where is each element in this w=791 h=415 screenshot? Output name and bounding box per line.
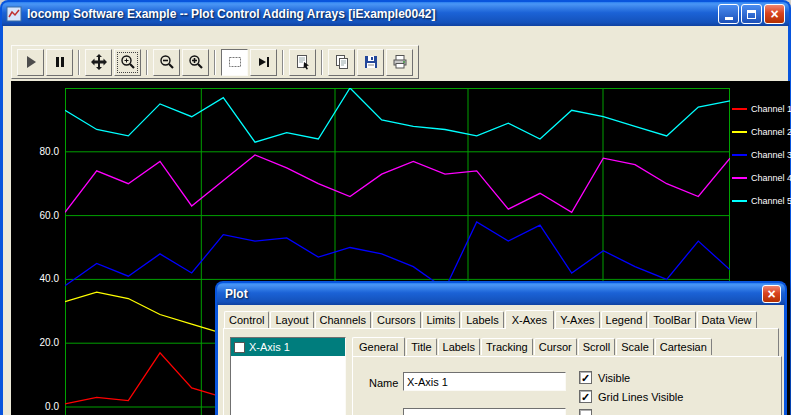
copy-button[interactable] — [328, 49, 355, 76]
checkbox-label: Visible — [598, 372, 630, 384]
toolbar-separator — [78, 50, 80, 75]
legend-item-channel-2: Channel 2 — [732, 120, 791, 143]
tab-limits[interactable]: Limits — [422, 311, 461, 328]
print-icon — [392, 54, 408, 70]
tab-x-axes[interactable]: X-Axes — [505, 310, 554, 329]
pause-button[interactable] — [46, 49, 73, 76]
properties-icon — [295, 54, 311, 70]
tab-layout[interactable]: Layout — [270, 311, 313, 328]
legend-swatch — [732, 177, 747, 179]
legend: Channel 1Channel 2Channel 3Channel 4Chan… — [732, 97, 791, 212]
print-button[interactable] — [386, 49, 413, 76]
zoom-out-icon — [159, 54, 175, 70]
x-axes-tab-page: X-Axis 1 GeneralTitleLabelsTrackingCurso… — [223, 328, 779, 415]
subtab-cartesian[interactable]: Cartesian — [655, 338, 712, 355]
tab-control[interactable]: Control — [224, 311, 269, 328]
toolbar-separator — [146, 50, 148, 75]
tab-legend[interactable]: Legend — [601, 311, 648, 328]
checkbox-icon[interactable] — [579, 409, 592, 415]
copy-icon — [334, 54, 350, 70]
legend-label: Channel 1 — [751, 104, 791, 114]
toolbar — [11, 45, 419, 79]
subtab-scale[interactable]: Scale — [616, 338, 654, 355]
legend-swatch — [732, 131, 747, 133]
axis-subtab-strip: GeneralTitleLabelsTrackingCursorScrollSc… — [352, 337, 713, 355]
minimize-icon — [725, 17, 733, 20]
list-item[interactable]: X-Axis 1 — [231, 338, 345, 356]
scroll-to-end-icon — [256, 54, 272, 70]
dialog-title-bar[interactable]: Plot × — [217, 283, 785, 305]
tab-channels[interactable]: Channels — [315, 311, 371, 328]
title-bar[interactable]: Iocomp Software Example -- Plot Control … — [2, 2, 789, 26]
legend-item-channel-1: Channel 1 — [732, 97, 791, 120]
zoom-box-button[interactable] — [221, 49, 248, 76]
scroll-to-end-button[interactable] — [250, 49, 277, 76]
tab-y-axes[interactable]: Y-Axes — [555, 311, 599, 328]
subtab-cursor[interactable]: Cursor — [534, 338, 577, 355]
toolbar-separator — [321, 50, 323, 75]
legend-item-channel-4: Channel 4 — [732, 166, 791, 189]
zoom-mode-button[interactable] — [114, 49, 141, 76]
y-tick-20.0: 20.0 — [27, 337, 59, 348]
subtab-tracking[interactable]: Tracking — [481, 338, 533, 355]
partial-checkbox-row[interactable] — [579, 406, 683, 415]
window-title: Iocomp Software Example -- Plot Control … — [27, 7, 718, 21]
zoom-in-icon — [188, 54, 204, 70]
legend-item-channel-3: Channel 3 — [732, 143, 791, 166]
legend-swatch — [732, 154, 747, 156]
axis-item-label: X-Axis 1 — [249, 341, 290, 353]
dialog-tab-strip: ControlLayoutChannelsCursorsLimitsLabels… — [218, 305, 784, 328]
pause-icon — [52, 54, 68, 70]
pan-button[interactable] — [85, 49, 112, 76]
tab-toolbar[interactable]: ToolBar — [648, 311, 695, 328]
toolbar-separator — [282, 50, 284, 75]
subtab-general[interactable]: General — [352, 337, 405, 356]
subtab-title[interactable]: Title — [406, 338, 436, 355]
maximize-icon — [747, 10, 756, 19]
general-subtab-page: Name ✓Visible✓Grid Lines Visible — [352, 356, 782, 415]
legend-swatch — [732, 108, 747, 110]
clipped-control[interactable] — [403, 408, 566, 415]
y-tick-40.0: 40.0 — [27, 273, 59, 284]
dialog-title: Plot — [225, 287, 762, 301]
tab-cursors[interactable]: Cursors — [372, 311, 421, 328]
dialog-close-button[interactable]: × — [762, 285, 781, 303]
axis-checkbox[interactable] — [234, 342, 245, 353]
subtab-labels[interactable]: Labels — [438, 338, 480, 355]
checkbox-row[interactable]: ✓Grid Lines Visible — [579, 387, 683, 406]
maximize-button[interactable] — [741, 4, 762, 24]
play-button[interactable] — [17, 49, 44, 76]
legend-swatch — [732, 200, 747, 202]
legend-label: Channel 3 — [751, 150, 791, 160]
name-label: Name — [369, 377, 398, 389]
name-input[interactable] — [403, 372, 566, 391]
subtab-scroll[interactable]: Scroll — [578, 338, 616, 355]
properties-button[interactable] — [289, 49, 316, 76]
minimize-button[interactable] — [718, 4, 739, 24]
y-tick-80.0: 80.0 — [27, 146, 59, 157]
close-button[interactable]: × — [764, 4, 785, 24]
zoom-out-button[interactable] — [153, 49, 180, 76]
zoom-box-icon — [227, 54, 243, 70]
zoom-mode-icon — [120, 54, 136, 70]
axis-list[interactable]: X-Axis 1 — [230, 337, 346, 415]
legend-item-channel-5: Channel 5 — [732, 189, 791, 212]
tab-labels[interactable]: Labels — [461, 311, 503, 328]
checkbox-label: Grid Lines Visible — [598, 391, 683, 403]
tab-data-view[interactable]: Data View — [697, 311, 757, 328]
save-icon — [363, 54, 379, 70]
checkbox-icon[interactable]: ✓ — [579, 371, 592, 384]
close-icon: × — [770, 7, 778, 21]
plot-dialog: Plot × ControlLayoutChannelsCursorsLimit… — [215, 281, 787, 415]
y-tick-0.0: 0.0 — [27, 401, 59, 412]
pan-icon — [91, 54, 107, 70]
zoom-in-button[interactable] — [182, 49, 209, 76]
checkbox-row[interactable]: ✓Visible — [579, 368, 683, 387]
app-icon — [6, 6, 22, 22]
legend-label: Channel 2 — [751, 127, 791, 137]
toolbar-separator — [214, 50, 216, 75]
save-button[interactable] — [357, 49, 384, 76]
play-icon — [23, 54, 39, 70]
checkbox-column: ✓Visible✓Grid Lines Visible — [579, 368, 683, 415]
checkbox-icon[interactable]: ✓ — [579, 390, 592, 403]
